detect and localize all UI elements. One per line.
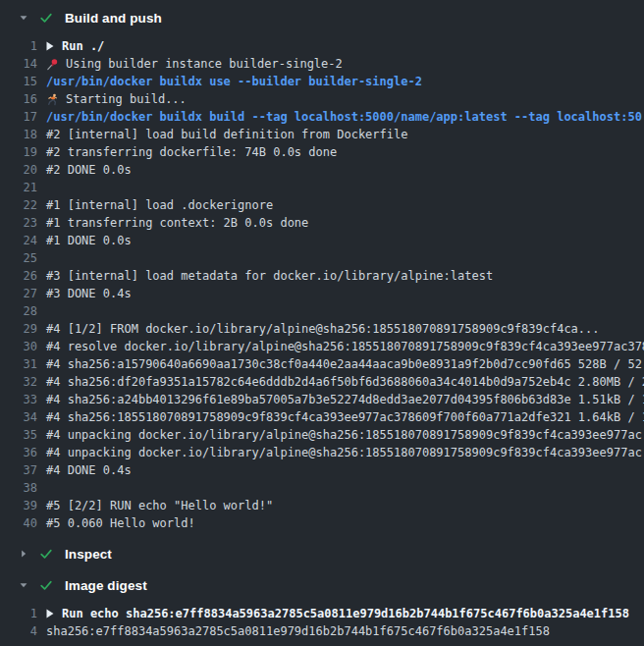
line-number[interactable]: 34 — [0, 408, 37, 426]
expand-arrow-icon[interactable] — [46, 608, 54, 620]
line-number[interactable]: 29 — [0, 320, 37, 338]
log-text-content: #3 DONE 0.4s — [46, 285, 132, 302]
log-line: 32#4 sha256:df20fa9351a15782c64e6dddb2d4… — [0, 373, 644, 391]
check-icon — [39, 11, 53, 25]
run-group-line[interactable]: Run ./ — [46, 37, 104, 55]
log-text: #4 unpacking docker.io/library/alpine@sh… — [46, 426, 642, 444]
log-line: 33#4 sha256:a24bb4013296f61e89ba57005a7b… — [0, 391, 644, 408]
line-number[interactable]: 15 — [0, 73, 37, 90]
log-text-content: #4 sha256:a24bb4013296f61e89ba57005a7b3e… — [46, 391, 644, 408]
line-number[interactable]: 33 — [0, 391, 37, 408]
log-text: #2 transferring dockerfile: 74B 0.0s don… — [46, 143, 337, 161]
line-number[interactable]: 35 — [0, 426, 37, 444]
log-text: #5 [2/2] RUN echo "Hello world!" — [46, 497, 273, 514]
log-text: #1 [internal] load .dockerignore — [46, 196, 273, 214]
log-text-content: #4 resolve docker.io/library/alpine@sha2… — [46, 338, 644, 355]
check-icon — [39, 578, 53, 592]
line-number[interactable]: 39 — [0, 497, 37, 514]
check-icon — [39, 547, 53, 561]
log-text: Using builder instance builder-single-2 — [46, 55, 343, 73]
log-text-content: #4 unpacking docker.io/library/alpine@sh… — [46, 444, 642, 461]
section-build-and-push: Build and push1Run ./14Using builder ins… — [0, 2, 644, 538]
log-text-content: Run echo sha256:e7ff8834a5963a2785c5a081… — [62, 605, 629, 622]
expand-arrow-icon[interactable] — [46, 40, 54, 53]
line-number[interactable]: 40 — [0, 514, 37, 532]
log-line: 24#1 DONE 0.0s — [0, 232, 644, 249]
log-line: 31#4 sha256:a15790640a6690aa1730c38cf0a4… — [0, 355, 644, 373]
log-text: #5 0.060 Hello world! — [46, 514, 195, 532]
log-lines: 1Run ./14Using builder instance builder-… — [0, 33, 644, 538]
log-text-content: #4 DONE 0.4s — [46, 461, 132, 479]
log-line: 23#1 transferring context: 2B 0.0s done — [0, 214, 644, 232]
log-line: 38 — [0, 479, 644, 497]
log-text-content: Using builder instance builder-single-2 — [66, 55, 343, 73]
section-inspect: Inspect — [0, 538, 644, 569]
chevron-down-icon[interactable] — [18, 580, 28, 591]
line-number[interactable]: 28 — [0, 302, 37, 320]
log-text: #2 [internal] load build definition from… — [46, 126, 407, 143]
log-line: 20#2 DONE 0.0s — [0, 161, 644, 179]
log-line: 37#4 DONE 0.4s — [0, 461, 644, 479]
log-text: #4 sha256:a15790640a6690aa1730c38cf0a440… — [46, 355, 642, 373]
section-header-inspect[interactable]: Inspect — [0, 538, 644, 569]
log-text-content: #4 sha256:a15790640a6690aa1730c38cf0a440… — [46, 355, 642, 373]
workflow-log-viewer: Build and push1Run ./14Using builder ins… — [0, 0, 644, 646]
log-text-content: #2 [internal] load build definition from… — [46, 126, 407, 143]
log-text: #1 DONE 0.0s — [46, 232, 132, 249]
line-number[interactable]: 37 — [0, 461, 37, 479]
log-text: sha256:e7ff8834a5963a2785c5a0811e979d16b… — [46, 622, 550, 640]
log-line: 34#4 sha256:185518070891758909c9f839cf4c… — [0, 408, 644, 426]
log-lines: 1Run echo sha256:e7ff8834a5963a2785c5a08… — [0, 601, 644, 646]
log-line: 35#4 unpacking docker.io/library/alpine@… — [0, 426, 644, 444]
log-text-content: #1 DONE 0.0s — [46, 232, 132, 249]
log-text-content: #4 sha256:df20fa9351a15782c64e6dddb2d4a6… — [46, 373, 644, 391]
section-header-image-digest[interactable]: Image digest — [0, 569, 644, 601]
line-number[interactable]: 20 — [0, 161, 37, 179]
line-number[interactable]: 30 — [0, 338, 37, 355]
log-line: 36#4 unpacking docker.io/library/alpine@… — [0, 444, 644, 461]
line-number[interactable]: 24 — [0, 232, 37, 249]
log-text-content: #4 sha256:185518070891758909c9f839cf4ca3… — [46, 408, 644, 426]
log-line: 1Run ./ — [0, 37, 644, 55]
line-number[interactable]: 21 — [0, 179, 37, 196]
chevron-right-icon[interactable] — [18, 549, 28, 560]
line-number[interactable]: 26 — [0, 267, 37, 285]
line-number[interactable]: 4 — [0, 622, 37, 640]
line-number[interactable]: 16 — [0, 90, 37, 108]
run-group-line[interactable]: Run echo sha256:e7ff8834a5963a2785c5a081… — [46, 605, 629, 622]
line-number[interactable]: 25 — [0, 249, 37, 267]
log-line: 1Run echo sha256:e7ff8834a5963a2785c5a08… — [0, 605, 644, 622]
log-text-content: #3 [internal] load metadata for docker.i… — [46, 267, 493, 285]
runner-icon — [46, 93, 59, 106]
line-number[interactable]: 22 — [0, 196, 37, 214]
log-line: 17/usr/bin/docker buildx build --tag loc… — [0, 108, 644, 126]
log-line: 39#5 [2/2] RUN echo "Hello world!" — [0, 497, 644, 514]
line-number[interactable]: 14 — [0, 55, 37, 73]
line-number[interactable]: 38 — [0, 479, 37, 497]
log-text-content: #2 transferring dockerfile: 74B 0.0s don… — [46, 143, 337, 161]
line-number[interactable]: 31 — [0, 355, 37, 373]
line-number[interactable]: 32 — [0, 373, 37, 391]
line-number[interactable]: 27 — [0, 285, 37, 302]
log-text: #4 [1/2] FROM docker.io/library/alpine@s… — [46, 320, 600, 338]
line-number[interactable]: 19 — [0, 143, 37, 161]
line-number[interactable]: 17 — [0, 108, 37, 126]
log-text: #3 DONE 0.4s — [46, 285, 132, 302]
chevron-down-icon[interactable] — [18, 13, 28, 24]
section-image-digest: Image digest1Run echo sha256:e7ff8834a59… — [0, 569, 644, 646]
log-line: 21 — [0, 179, 644, 196]
line-number[interactable]: 36 — [0, 444, 37, 461]
log-line: 4sha256:e7ff8834a5963a2785c5a0811e979d16… — [0, 622, 644, 640]
line-number[interactable]: 23 — [0, 214, 37, 232]
line-number[interactable]: 18 — [0, 126, 37, 143]
log-line: 22#1 [internal] load .dockerignore — [0, 196, 644, 214]
line-number[interactable]: 1 — [0, 605, 37, 622]
log-text-content: #5 [2/2] RUN echo "Hello world!" — [46, 497, 273, 514]
section-header-build-and-push[interactable]: Build and push — [0, 2, 644, 33]
log-text: #4 resolve docker.io/library/alpine@sha2… — [46, 338, 644, 355]
log-text: #1 transferring context: 2B 0.0s done — [46, 214, 308, 232]
log-text-content: #4 [1/2] FROM docker.io/library/alpine@s… — [46, 320, 600, 338]
log-text-content: #4 unpacking docker.io/library/alpine@sh… — [46, 426, 642, 444]
line-number[interactable]: 1 — [0, 37, 37, 55]
log-text: /usr/bin/docker buildx build --tag local… — [46, 108, 642, 126]
